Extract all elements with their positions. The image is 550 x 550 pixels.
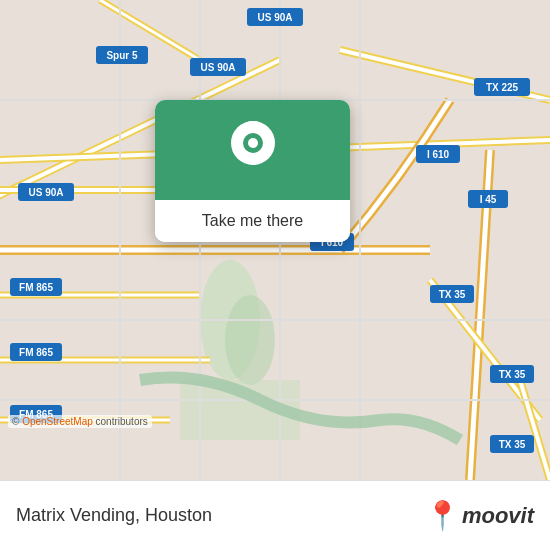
map-container: US 90A US 90A US 90A Spur 5 TX 225 I 610… [0, 0, 550, 480]
map-attribution: © OpenStreetMap contributors [8, 415, 152, 428]
svg-text:TX 35: TX 35 [499, 439, 526, 450]
svg-text:I 45: I 45 [480, 194, 497, 205]
contributors-text: contributors [96, 416, 148, 427]
svg-text:US 90A: US 90A [200, 62, 235, 73]
location-popup: Take me there [155, 100, 350, 242]
svg-text:TX 35: TX 35 [499, 369, 526, 380]
bottom-bar: Matrix Vending, Houston 📍 moovit [0, 480, 550, 550]
svg-text:TX 225: TX 225 [486, 82, 519, 93]
popup-tail [243, 241, 263, 242]
moovit-logo: 📍 moovit [425, 499, 534, 532]
openstreetmap-link[interactable]: OpenStreetMap [22, 416, 93, 427]
svg-text:I 610: I 610 [427, 149, 450, 160]
moovit-logo-text: moovit [462, 503, 534, 529]
location-name: Matrix Vending, Houston [16, 505, 425, 526]
svg-text:TX 35: TX 35 [439, 289, 466, 300]
svg-text:Spur 5: Spur 5 [106, 50, 138, 61]
svg-text:US 90A: US 90A [28, 187, 63, 198]
svg-text:US 90A: US 90A [257, 12, 292, 23]
svg-point-2 [225, 295, 275, 385]
take-me-there-button[interactable]: Take me there [202, 212, 303, 230]
popup-green-header [155, 100, 350, 200]
copyright-symbol: © [12, 416, 19, 427]
moovit-pin-icon: 📍 [425, 499, 460, 532]
popup-action-section[interactable]: Take me there [155, 200, 350, 242]
svg-text:FM 865: FM 865 [19, 347, 53, 358]
svg-point-61 [248, 138, 258, 148]
svg-text:FM 865: FM 865 [19, 282, 53, 293]
